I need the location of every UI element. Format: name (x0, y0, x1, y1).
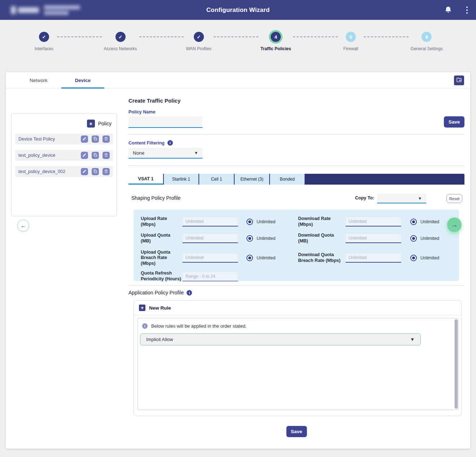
download-quota-input[interactable] (345, 233, 401, 243)
divider (128, 285, 464, 286)
policy-rows: Device Test Policy test_policy_device te… (15, 134, 113, 182)
step-number: 4 (271, 32, 281, 42)
radio-selected-icon[interactable] (246, 255, 253, 261)
download-breach-unlimited: Unlimited (410, 255, 439, 261)
content-filtering-row: Content Filtering i (128, 140, 173, 146)
step-firewall[interactable]: 5 Firewall (340, 32, 362, 51)
delete-policy-button[interactable] (102, 168, 110, 175)
policy-list-panel: + Policy Device Test Policy test_policy_… (11, 113, 117, 216)
plus-icon: + (139, 305, 145, 311)
check-icon: ✓ (194, 32, 204, 42)
traffic-policies-card: Network Device + Policy Device Test Poli… (6, 72, 470, 449)
rule-implicit-allow[interactable]: Implicit Allow ▼ (140, 333, 421, 345)
chevron-down-icon: ▼ (418, 196, 422, 201)
next-interface-button[interactable]: → (447, 217, 462, 232)
rules-info-row: i Below rules will be applied in the ord… (138, 318, 458, 329)
info-icon[interactable]: i (187, 290, 192, 296)
shaping-row: Upload Quota (MB) Unlimited Download Quo… (141, 233, 459, 244)
step-interfaces[interactable]: ✓ Interfaces (33, 32, 55, 51)
radio-selected-icon[interactable] (246, 219, 253, 225)
upload-quota-unlimited: Unlimited (246, 235, 298, 242)
tab-vsat-1[interactable]: VSAT 1 (128, 174, 164, 185)
edit-policy-button[interactable] (81, 135, 88, 143)
shaping-row: Upload Rate (Mbps) Unlimited Download Ra… (141, 216, 459, 227)
overflow-menu-icon[interactable] (464, 5, 470, 15)
duplicate-policy-button[interactable] (92, 168, 99, 175)
new-rule-button[interactable]: + New Rule (134, 301, 462, 315)
step-general-settings[interactable]: 6 General Settings (411, 32, 443, 51)
scrollbar-thumb[interactable] (455, 319, 458, 409)
shaping-row: Quota Refresh Periodicity (Hours) (141, 271, 459, 282)
radio-selected-icon[interactable] (410, 219, 417, 225)
radio-selected-icon[interactable] (410, 235, 417, 242)
copy-icon (93, 153, 97, 158)
policy-row[interactable]: test_policy_device_002 (15, 166, 113, 177)
page-title: Configuration Wizard (0, 7, 476, 14)
edit-policy-button[interactable] (81, 168, 88, 175)
delete-policy-button[interactable] (102, 135, 110, 143)
tab-ethernet-3[interactable]: Ethernet (3) (235, 174, 270, 185)
row-actions (81, 152, 110, 159)
tab-device[interactable]: Device (61, 72, 105, 89)
right-arrow-icon: → (451, 221, 458, 229)
step-connector (364, 36, 409, 37)
chevron-down-icon: ▼ (194, 151, 198, 155)
step-traffic-policies[interactable]: 4 Traffic Policies (261, 32, 291, 51)
step-connector (139, 36, 184, 37)
create-policy-form: Create Traffic Policy Policy Name Save C… (128, 72, 464, 449)
step-connector (293, 36, 338, 37)
edit-policy-button[interactable] (81, 152, 88, 159)
tab-bonded[interactable]: Bonded (270, 174, 305, 185)
quota-refresh-periodicity-input[interactable] (182, 272, 238, 281)
reset-button[interactable]: Reset (446, 194, 462, 203)
active-step-ring: 4 (269, 30, 283, 44)
notifications-bell-icon[interactable] (444, 6, 452, 14)
upload-rate-input[interactable] (182, 217, 238, 227)
divider (128, 165, 464, 166)
save-button[interactable]: Save (286, 426, 307, 437)
copy-to-label: Copy To: (355, 195, 374, 201)
save-policy-button[interactable]: Save (444, 116, 464, 128)
plus-icon: + (87, 120, 95, 128)
upload-quota-input[interactable] (182, 233, 238, 243)
tab-starlink-1[interactable]: Starlink 1 (164, 174, 199, 185)
tab-cell-1[interactable]: Cell 1 (199, 174, 235, 185)
upload-quota-breach-rate-input[interactable] (182, 253, 238, 263)
shaping-header: Shaping Policy Profile Copy To: ▼ Reset (128, 194, 464, 204)
duplicate-policy-button[interactable] (92, 135, 99, 143)
upload-breach-unlimited: Unlimited (246, 255, 298, 261)
row-actions (81, 168, 110, 175)
download-quota-breach-rate-input[interactable] (345, 253, 401, 263)
back-button[interactable]: ← (17, 220, 29, 232)
step-wan-profiles[interactable]: ✓ WAN Profiles (186, 32, 211, 51)
tab-network[interactable]: Network (16, 72, 61, 89)
copy-to-select[interactable]: ▼ (377, 194, 426, 203)
policy-row[interactable]: test_policy_device (15, 150, 113, 161)
trash-icon (104, 153, 108, 158)
shaping-title: Shaping Policy Profile (131, 195, 180, 201)
copy-icon (93, 169, 97, 174)
form-title: Create Traffic Policy (128, 98, 180, 104)
info-icon[interactable]: i (167, 140, 173, 146)
step-access-networks[interactable]: ✓ Access Networks (104, 32, 137, 51)
pencil-icon (82, 137, 87, 142)
chevron-down-icon: ▼ (410, 337, 415, 342)
wizard-stepper: ✓ Interfaces ✓ Access Networks ✓ WAN Pro… (0, 32, 476, 51)
interface-tabbar: VSAT 1 Starlink 1 Cell 1 Ethernet (3) Bo… (128, 174, 464, 185)
duplicate-policy-button[interactable] (92, 152, 99, 159)
check-icon: ✓ (39, 32, 49, 42)
add-policy-button[interactable]: + Policy (87, 120, 112, 128)
step-connector (214, 36, 258, 37)
policy-name-input[interactable] (128, 116, 202, 128)
radio-selected-icon[interactable] (246, 235, 253, 242)
download-rate-input[interactable] (345, 217, 401, 227)
policy-row[interactable]: Device Test Policy (15, 134, 113, 145)
policy-name-label: Policy Name (128, 109, 155, 115)
step-number: 6 (422, 32, 432, 42)
delete-policy-button[interactable] (102, 152, 110, 159)
radio-selected-icon[interactable] (410, 255, 417, 261)
content-filtering-label: Content Filtering (128, 141, 165, 146)
pencil-icon (82, 153, 87, 158)
rules-list: i Below rules will be applied in the ord… (137, 318, 459, 410)
content-filtering-select[interactable]: None ▼ (128, 148, 202, 159)
